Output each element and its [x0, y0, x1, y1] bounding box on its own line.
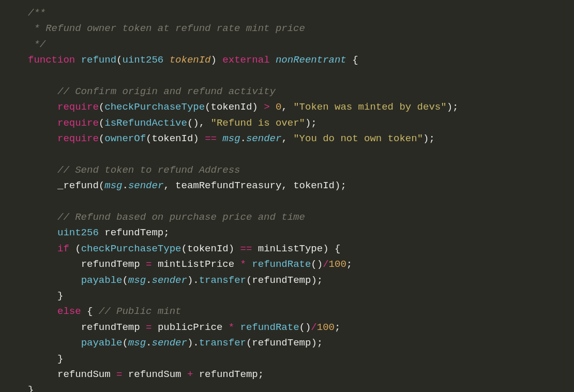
var-publicprice: publicPrice	[158, 322, 222, 333]
fn-checkpurchasetype: checkPurchaseType	[104, 101, 205, 113]
type-uint256: uint256	[122, 54, 163, 66]
comment-line: */	[28, 39, 46, 50]
comment-line: // Send token to refund Address	[57, 164, 240, 176]
var-tokenid: tokenId	[152, 133, 193, 144]
fn-ownerof: ownerOf	[104, 133, 146, 144]
fn-checkpurchasetype: checkPurchaseType	[81, 243, 182, 254]
string-minted-devs: "Token was minted by devs"	[293, 101, 446, 113]
param-tokenId: tokenId	[170, 54, 211, 66]
msg-keyword: msg	[104, 180, 122, 191]
literal-100: 100	[329, 259, 346, 270]
comment-line: // Public mint	[99, 306, 182, 317]
var-mintlistprice: mintListPrice	[158, 259, 234, 270]
modifier-nonreentrant: nonReentrant	[276, 54, 346, 66]
literal-zero: 0	[276, 101, 281, 113]
msg-keyword: msg	[222, 133, 240, 144]
string-not-own: "You do not own token"	[293, 133, 423, 144]
comment-line: // Refund based on purchase price and ti…	[57, 212, 305, 223]
sender-keyword: sender	[246, 133, 281, 144]
keyword-payable: payable	[81, 337, 123, 349]
require-call: require	[57, 117, 99, 129]
var-refundtemp: refundTemp	[81, 259, 140, 270]
sender-keyword: sender	[152, 337, 187, 349]
var-teamrefundtreasury: teamRefundTreasury	[175, 180, 281, 191]
comment-line: * Refund owner token at refund rate mint…	[28, 23, 305, 34]
string-refund-over: "Refund is over"	[211, 117, 305, 129]
fn-transfer: transfer	[199, 337, 246, 349]
keyword-payable: payable	[81, 275, 123, 286]
var-tokenid: tokenId	[187, 243, 229, 254]
var-minlisttype: minListType	[258, 243, 323, 254]
fn-transfer: transfer	[199, 275, 246, 286]
var-refundsum: refundSum	[57, 369, 111, 380]
comment-line: /**	[28, 7, 46, 19]
keyword-if: if	[57, 243, 69, 254]
var-refundtemp: refundTemp	[252, 275, 311, 286]
comment-line: // Confirm origin and refund activity	[57, 86, 276, 97]
function-name: refund	[81, 54, 116, 66]
sender-keyword: sender	[152, 275, 187, 286]
literal-100: 100	[317, 322, 335, 333]
var-refundtemp: refundTemp	[104, 227, 163, 238]
var-refundsum: refundSum	[128, 369, 182, 380]
var-refundtemp: refundTemp	[199, 369, 258, 380]
require-call: require	[57, 133, 99, 144]
require-call: require	[57, 101, 99, 113]
var-tokenid: tokenId	[293, 180, 335, 191]
modifier-external: external	[222, 54, 269, 66]
msg-keyword: msg	[128, 275, 146, 286]
var-refundtemp: refundTemp	[81, 322, 140, 333]
msg-keyword: msg	[128, 337, 146, 349]
sender-keyword: sender	[128, 180, 163, 191]
fn-isrefundactive: isRefundActive	[104, 117, 187, 129]
var-refundtemp: refundTemp	[252, 337, 311, 349]
fn-refund-internal: _refund	[57, 180, 99, 191]
type-uint256: uint256	[57, 227, 99, 238]
fn-refundrate: refundRate	[240, 322, 299, 333]
fn-refundrate: refundRate	[252, 259, 311, 270]
var-tokenid: tokenId	[211, 101, 252, 113]
keyword-function: function	[28, 54, 75, 66]
keyword-else: else	[57, 306, 81, 317]
code-block: /** * Refund owner token at refund rate …	[0, 5, 574, 392]
